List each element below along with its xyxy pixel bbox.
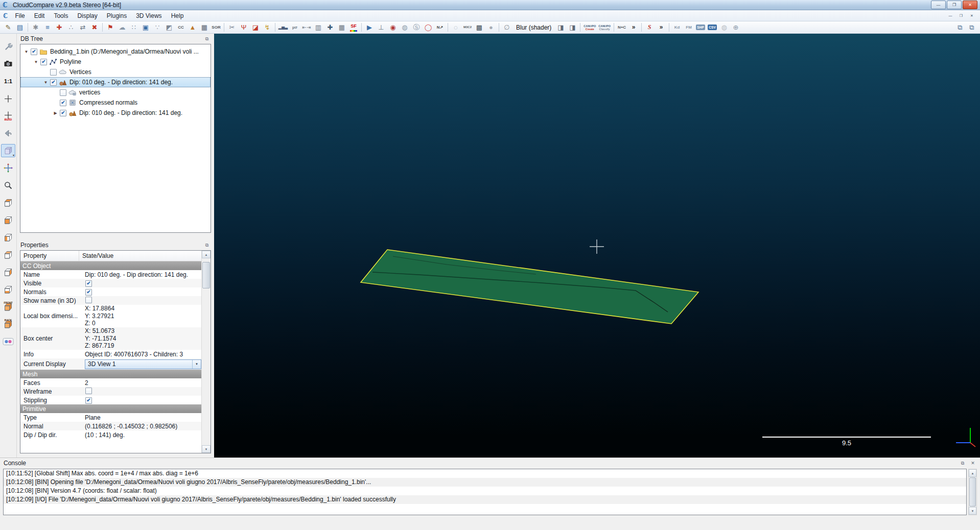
console-log[interactable]: [10:11:52] [Global Shift] Max abs. coord…: [3, 469, 967, 515]
tree-item-vertices[interactable]: Vertices: [20, 67, 211, 77]
set-pivot-auto[interactable]: auto: [1, 109, 15, 123]
tree-item-compressed-normals[interactable]: ✔Compressed normals: [20, 98, 211, 108]
db-tree-float-icon[interactable]: ⧉: [203, 36, 211, 42]
toolbar-sf-add[interactable]: ✚: [324, 22, 336, 33]
expand-arrow-icon[interactable]: ▼: [42, 80, 50, 85]
scroll-down-icon[interactable]: ▼: [202, 445, 211, 453]
toolbar-point-picking[interactable]: ⚑: [105, 22, 116, 33]
toolbar-mesh-delaunay[interactable]: ▲: [187, 22, 198, 33]
toolbar-display-settings[interactable]: ✱: [30, 22, 41, 33]
toolbar-c2c-distance[interactable]: CC: [175, 22, 186, 33]
toolbar-sphere[interactable]: ◍: [718, 22, 730, 33]
3d-viewport[interactable]: 9.5: [214, 34, 980, 457]
toolbar-hpr[interactable]: ◌: [450, 22, 461, 33]
toolbar-sf-projection[interactable]: Ⓢ: [411, 22, 422, 33]
toolbar-rasterize[interactable]: ▦: [199, 22, 210, 33]
toolbar-npc[interactable]: N+C: [616, 22, 627, 33]
toolbar-sor-filter[interactable]: SOR: [211, 22, 222, 33]
console-scrollbar[interactable]: ▲ ▼: [968, 469, 977, 515]
minimize-button[interactable]: —: [931, 1, 946, 9]
maximize-button[interactable]: ❐: [947, 1, 962, 9]
expand-arrow-icon[interactable]: ▼: [32, 60, 40, 64]
toolbar-polyline-tracer[interactable]: S: [644, 22, 655, 33]
toolbar-fit-ellipse[interactable]: ◯: [423, 22, 434, 33]
toolbar-histogram[interactable]: ▂▅▃: [277, 22, 289, 33]
mdi-child-icon[interactable]: ℂ: [3, 12, 7, 19]
toolbar-point-list-picking[interactable]: ∷: [128, 22, 139, 33]
toolbar-kd-tree[interactable]: Kd: [671, 22, 683, 33]
toolbar-unroll[interactable]: ◪: [250, 22, 261, 33]
tree-item-checkbox[interactable]: ✔: [40, 59, 47, 65]
tree-item-dip-010-deg-dip-direction-141-[interactable]: ▶✔Dip: 010 deg. - Dip direction: 141 deg…: [20, 108, 211, 118]
toolbar-apply-transformation[interactable]: ✚: [54, 22, 65, 33]
toolbar-cross-section[interactable]: ✂: [226, 22, 238, 33]
toolbar-shp-export[interactable]: SHP: [695, 22, 706, 33]
view-bottom[interactable]: [1, 283, 15, 296]
title-bar[interactable]: ℂ CloudCompare v2.9.beta Stereo [64-bit]…: [0, 0, 980, 10]
mdi-close-button[interactable]: ✕: [967, 12, 976, 20]
tree-item-checkbox[interactable]: ✔: [60, 110, 66, 116]
toolbar-canupo-classify[interactable]: CANUPOClassify: [597, 22, 612, 33]
menu-tools[interactable]: Tools: [49, 11, 73, 21]
db-tree-title-bar[interactable]: DB Tree ⧉: [17, 34, 214, 44]
menu-file[interactable]: File: [10, 11, 29, 21]
toolbar-sf-minmax[interactable]: ⇤⇥: [301, 22, 312, 33]
expand-arrow-icon[interactable]: ▼: [22, 50, 30, 54]
view-front[interactable]: [1, 213, 15, 227]
properties-scrollbar[interactable]: ▲ ▼: [201, 251, 211, 453]
toolbar-globe[interactable]: ⊕: [730, 22, 741, 33]
toolbar-dock-2[interactable]: ⧉: [966, 22, 977, 33]
toolbar-save[interactable]: ▤: [14, 22, 26, 33]
toolbar-north-arrow[interactable]: N↗: [434, 22, 446, 33]
toolbar-gaussian-filter[interactable]: µσ: [289, 22, 300, 33]
view-top[interactable]: [1, 196, 15, 209]
console-title-bar[interactable]: Console ⧉ ✕: [0, 458, 980, 468]
scroll-thumb[interactable]: [969, 477, 976, 507]
toolbar-pick-points[interactable]: ∴: [65, 22, 77, 33]
view-left[interactable]: [1, 231, 15, 244]
tree-item-checkbox[interactable]: ✔: [60, 100, 66, 106]
close-button[interactable]: ✕: [963, 1, 977, 9]
toolbar-animation[interactable]: ▶: [364, 22, 375, 33]
toolbar-csv-export[interactable]: CSV: [707, 22, 718, 33]
screenshot[interactable]: [1, 57, 15, 70]
tree-item-dip-010-deg-dip-direction-141-[interactable]: ▼✔Dip: 010 deg. - Dip direction: 141 deg…: [20, 77, 211, 87]
view-back[interactable]: [1, 248, 15, 261]
tree-item-bedding-1-bin-d-menegoni-data-[interactable]: ▼✔Bedding_1.bin (D:/Menegoni_data/Ormea/…: [20, 46, 211, 57]
tree-item-vertices[interactable]: vertices: [20, 87, 211, 98]
toolbar-overflow-1[interactable]: »: [628, 22, 639, 33]
mdi-minimize-button[interactable]: —: [946, 12, 955, 20]
toolbar-properties[interactable]: ≡: [42, 22, 53, 33]
mdi-restore-button[interactable]: ❐: [956, 12, 966, 20]
toolbar-facets[interactable]: ◍: [399, 22, 410, 33]
console-float-icon[interactable]: ⧉: [959, 460, 966, 467]
toolbar-shader-off[interactable]: ∅: [501, 22, 512, 33]
menu-3d-views[interactable]: 3D Views: [131, 11, 166, 21]
toolbar-sf-colors[interactable]: SF: [348, 22, 359, 33]
toolbar-rgb-filter[interactable]: ▩: [474, 22, 485, 33]
toolbar-delete[interactable]: ✖: [89, 22, 100, 33]
menu-display[interactable]: Display: [73, 11, 102, 21]
display-options[interactable]: [1, 40, 15, 53]
prop-checkbox[interactable]: ✔: [85, 289, 92, 296]
view-iso-back[interactable]: BACK: [1, 318, 15, 331]
toolbar-render-effect-2[interactable]: ◨: [567, 22, 578, 33]
default-view[interactable]: [1, 127, 15, 140]
toolbar-render-effect-1[interactable]: ◨: [555, 22, 566, 33]
toolbar-fm[interactable]: FM: [683, 22, 694, 33]
tree-item-checkbox[interactable]: [60, 89, 66, 96]
console-close-icon[interactable]: ✕: [969, 460, 976, 467]
toolbar-plumb[interactable]: ⊥: [376, 22, 387, 33]
toolbar-clipping-box[interactable]: ▣: [140, 22, 151, 33]
prop-checkbox[interactable]: [85, 297, 92, 303]
toolbar-interpolate[interactable]: ◩: [164, 22, 175, 33]
scroll-down-icon[interactable]: ▼: [969, 507, 976, 515]
toolbar-dock-1[interactable]: ⧉: [954, 22, 966, 33]
tree-item-polyline[interactable]: ▼✔Polyline: [20, 57, 211, 67]
scroll-thumb[interactable]: [202, 262, 210, 288]
pivot-rotation-mode[interactable]: [1, 161, 15, 175]
prop-checkbox[interactable]: [85, 388, 92, 394]
prop-checkbox[interactable]: ✔: [85, 280, 92, 287]
toolbar-filter-by-value[interactable]: ▥: [313, 22, 324, 33]
tree-item-checkbox[interactable]: ✔: [31, 49, 37, 55]
